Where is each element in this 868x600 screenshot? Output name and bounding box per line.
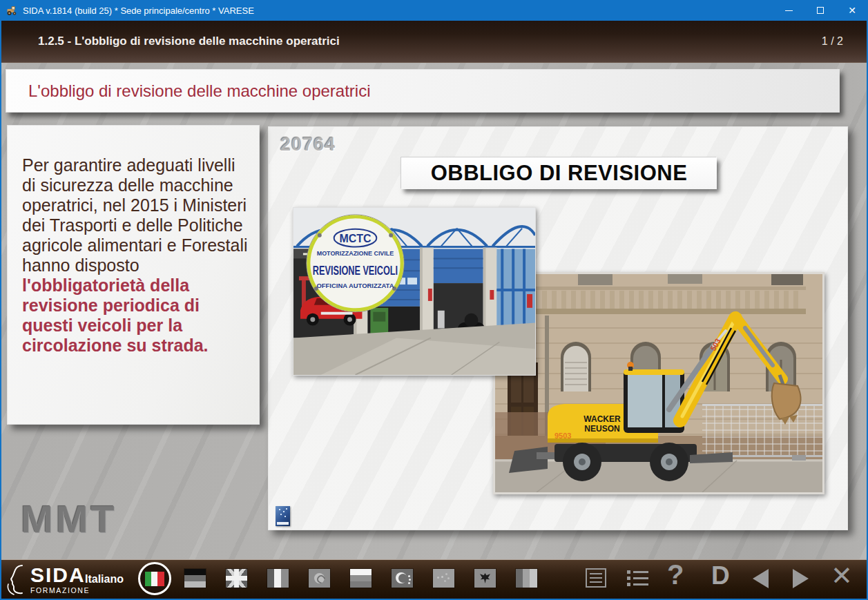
lesson-text-emphasis: l'obbligatorietà della revisione periodi… — [22, 275, 209, 355]
excavator-photo: WACKER NEUSON 9503 — [493, 272, 824, 494]
window-titlebar: SIDA v.1814 (build 25) * Sede principale… — [0, 0, 868, 21]
mctc-sign-line2: MOTORIZZAZIONE CIVILE — [317, 250, 394, 257]
minimize-button[interactable] — [773, 0, 804, 21]
close-icon: ✕ — [848, 5, 856, 16]
close-button[interactable]: ✕ — [836, 0, 868, 21]
brand-subtitle: FORMAZIONE — [30, 587, 90, 594]
face-profile-icon — [6, 563, 29, 595]
maximize-button[interactable] — [804, 0, 836, 21]
mctc-sign-line3: REVISIONE VEICOLI — [313, 263, 398, 278]
mmt-watermark: MMT — [21, 496, 117, 541]
excavator-brand-line1: WACKER — [584, 414, 621, 424]
slide-number: 20764 — [280, 134, 336, 155]
lesson-text-panel: Per garantire adeguati livelli di sicure… — [7, 125, 260, 425]
dictionary-icon[interactable]: D — [711, 561, 730, 590]
app-window: SIDA v.1814 (build 25) * Sede principale… — [0, 0, 868, 600]
mctc-garage-photo: MCTC MOTORIZZAZIONE CIVILE REVISIONE VEI… — [293, 207, 536, 376]
excavator-brand-line2: NEUSON — [584, 424, 619, 434]
mctc-sign-title: MCTC — [340, 233, 372, 244]
language-flag-italian[interactable] — [145, 572, 164, 586]
maximize-icon — [817, 7, 824, 14]
page-title: L'obbligo di revisione delle macchine op… — [6, 70, 839, 112]
mctc-sign-line4: OFFICINA AUTORIZZATA — [317, 282, 394, 289]
language-flag-chinese[interactable] — [433, 569, 454, 588]
summary-icon[interactable] — [586, 568, 606, 588]
slide-panel: 20764 — [268, 126, 848, 530]
selected-language-ring[interactable] — [138, 562, 171, 595]
minimize-icon — [785, 10, 793, 11]
sida-logo: SIDA FORMAZIONE — [6, 563, 90, 595]
language-flag-arabic[interactable] — [309, 569, 330, 588]
excavator-model: 9503 — [554, 432, 571, 440]
language-flag-romanian[interactable] — [516, 569, 537, 588]
page-indicator: 1 / 2 — [822, 21, 843, 62]
next-page-icon[interactable] — [793, 569, 809, 588]
language-flag-russian[interactable] — [350, 569, 372, 588]
exit-lesson-icon[interactable]: ✕ — [831, 561, 853, 591]
language-flag-british[interactable] — [226, 569, 247, 588]
content-title-bar: L'obbligo di revisione delle macchine op… — [6, 69, 840, 113]
language-flag-turkish[interactable] — [392, 569, 413, 588]
window-title: SIDA v.1814 (build 25) * Sede principale… — [23, 6, 254, 16]
language-flag-german[interactable] — [184, 569, 206, 588]
language-flag-albanian[interactable] — [474, 569, 496, 588]
help-icon[interactable]: ? — [667, 559, 684, 590]
lesson-breadcrumb: 1.2.5 - L'obbligo di revisione delle mac… — [38, 21, 340, 62]
slide-banner: OBBLIGO DI REVISIONE — [401, 157, 717, 189]
publisher-stamp-icon — [276, 506, 290, 526]
app-tractor-icon — [6, 5, 17, 16]
lesson-header: 1.2.5 - L'obbligo di revisione delle mac… — [1, 21, 867, 63]
lesson-text: Per garantire adeguati livelli di sicure… — [22, 155, 248, 275]
index-list-icon[interactable] — [627, 568, 649, 588]
language-flag-french[interactable] — [267, 569, 289, 588]
slide-banner-text: OBBLIGO DI REVISIONE — [431, 161, 688, 186]
previous-page-icon[interactable] — [753, 569, 769, 588]
language-label: Italiano — [85, 560, 124, 599]
brand-name: SIDA — [30, 565, 90, 586]
